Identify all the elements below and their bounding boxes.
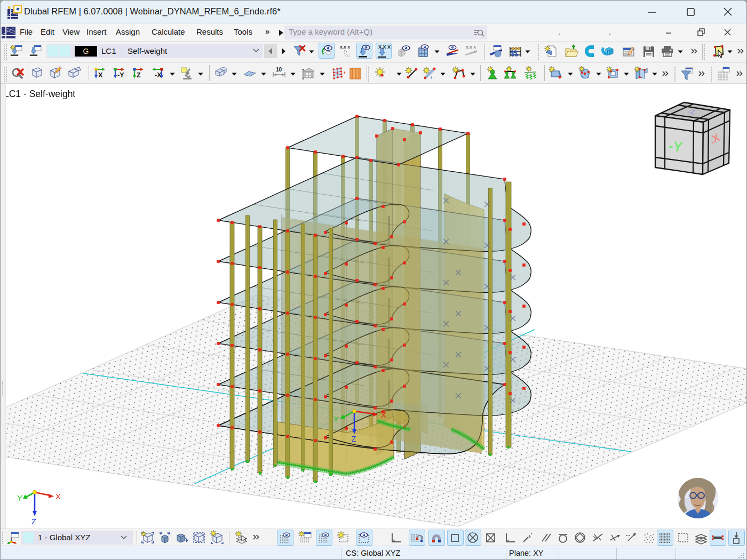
- svg-text:X: X: [55, 492, 61, 501]
- svg-text:Y: Y: [17, 493, 22, 502]
- svg-text:Z: Z: [137, 71, 141, 79]
- svg-text:Y: Y: [333, 415, 339, 423]
- svg-text:I: I: [431, 75, 432, 80]
- svg-text:6: 6: [8, 5, 11, 10]
- svg-text:-Y: -Y: [117, 71, 124, 79]
- svg-text:x.x x: x.x x: [340, 44, 350, 50]
- svg-text:Z: Z: [352, 435, 356, 443]
- svg-text:LC1 - Self-weight: LC1 - Self-weight: [4, 89, 75, 99]
- svg-text:10: 10: [276, 67, 282, 73]
- svg-text:-Z: -Z: [688, 107, 696, 116]
- svg-text:X: X: [98, 71, 103, 79]
- svg-text:Z: Z: [31, 517, 36, 526]
- svg-text:X.X X: X.X X: [378, 44, 391, 50]
- svg-text:-Y: -Y: [667, 138, 684, 155]
- svg-text:x.x x: x.x x: [466, 44, 476, 50]
- svg-text:-X: -X: [155, 71, 162, 79]
- svg-text:X: X: [381, 411, 386, 419]
